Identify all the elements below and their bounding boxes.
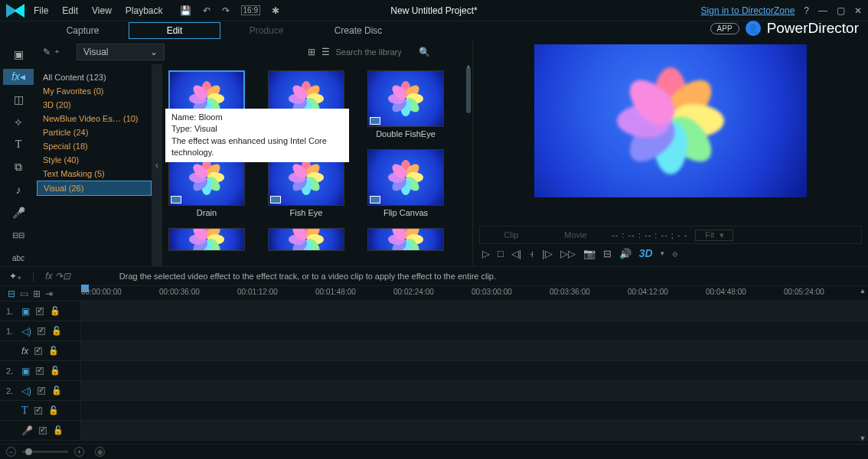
- time-ruler[interactable]: ⊟ ▭ ⊞ ⇥ 00:00:00:0000:00:36:0000:01:12:0…: [0, 286, 868, 301]
- track-visible-checkbox[interactable]: [38, 327, 45, 335]
- timeline-track[interactable]: 🎤🔓: [0, 421, 868, 441]
- category-item[interactable]: My Favorites (0): [37, 84, 152, 98]
- audio-room-icon[interactable]: ♪: [3, 182, 34, 199]
- menu-view[interactable]: View: [92, 5, 112, 16]
- save-icon[interactable]: 💾: [180, 5, 191, 16]
- effect-thumb[interactable]: [168, 228, 245, 251]
- voice-room-icon[interactable]: 🎤: [3, 204, 34, 221]
- track-body[interactable]: [81, 381, 868, 400]
- 3d-button[interactable]: 3D: [639, 247, 653, 259]
- track-body[interactable]: [81, 401, 868, 420]
- fast-forward-button[interactable]: ▷▷: [560, 248, 576, 259]
- timeline-view-icon[interactable]: ⊟: [8, 288, 15, 299]
- maximize-icon[interactable]: ▢: [837, 5, 845, 16]
- effect-thumb[interactable]: Double FishEye: [367, 70, 444, 138]
- collapse-sidebar-button[interactable]: ‹: [152, 64, 162, 266]
- category-item[interactable]: Special (18): [37, 139, 152, 153]
- track-visible-checkbox[interactable]: [38, 387, 45, 395]
- track-visible-checkbox[interactable]: [36, 367, 44, 375]
- track-visible-checkbox[interactable]: [36, 308, 44, 315]
- media-room-icon[interactable]: ▣: [3, 46, 34, 63]
- timeline-track[interactable]: 1.◁)🔓: [0, 321, 868, 341]
- timeline-track[interactable]: 2.▣🔓: [0, 361, 868, 381]
- ruler-up-icon[interactable]: ▲: [859, 287, 866, 295]
- timeline-track[interactable]: T🔓: [0, 401, 868, 421]
- track-lock-icon[interactable]: 🔓: [51, 386, 62, 396]
- track-lock-icon[interactable]: 🔓: [53, 425, 64, 435]
- track-lock-icon[interactable]: 🔓: [48, 346, 59, 356]
- track-body[interactable]: [81, 341, 868, 360]
- track-body[interactable]: [81, 301, 868, 321]
- category-dropdown[interactable]: Visual ⌄: [77, 44, 165, 60]
- minimize-icon[interactable]: —: [818, 5, 827, 16]
- tab-create-disc[interactable]: Create Disc: [312, 23, 404, 38]
- library-scrollbar[interactable]: ▲: [465, 64, 472, 266]
- tab-produce[interactable]: Produce: [220, 23, 312, 38]
- category-item[interactable]: Text Masking (5): [37, 167, 152, 181]
- menu-playback[interactable]: Playback: [126, 5, 163, 16]
- preview-movie-tab[interactable]: Movie: [547, 230, 604, 239]
- search-input[interactable]: [336, 47, 413, 57]
- menu-file[interactable]: File: [34, 5, 48, 16]
- category-item[interactable]: 3D (20): [37, 98, 152, 112]
- user-avatar-icon[interactable]: 👤: [746, 21, 761, 36]
- effect-thumb[interactable]: [367, 228, 444, 251]
- category-item[interactable]: Particle (24): [37, 125, 152, 139]
- track-lock-icon[interactable]: 🔓: [50, 366, 60, 376]
- chapter-room-icon[interactable]: ⊟⊟: [3, 227, 34, 244]
- preview-clip-tab[interactable]: Clip: [483, 230, 540, 239]
- popout-icon[interactable]: ⟐: [672, 248, 678, 259]
- category-item[interactable]: NewBlue Video Es… (10): [37, 112, 152, 125]
- track-body[interactable]: [81, 361, 868, 380]
- track-lock-icon[interactable]: 🔓: [48, 405, 59, 415]
- app-badge[interactable]: APP: [710, 23, 739, 34]
- close-icon[interactable]: ✕: [854, 5, 862, 16]
- track-body[interactable]: [81, 421, 868, 440]
- tab-edit[interactable]: Edit: [129, 22, 220, 39]
- timeline-track[interactable]: 2.◁)🔓: [0, 381, 868, 401]
- next-unit-button[interactable]: ⫞: [529, 248, 534, 259]
- volume-icon[interactable]: 🔊: [619, 248, 631, 259]
- tab-capture[interactable]: Capture: [37, 23, 129, 38]
- category-item[interactable]: Visual (26): [37, 181, 152, 196]
- zoom-slider[interactable]: [22, 451, 68, 453]
- zoom-in-button[interactable]: +: [74, 447, 84, 457]
- loop-icon[interactable]: ⊟: [603, 248, 612, 259]
- category-item[interactable]: Style (40): [37, 153, 152, 167]
- next-frame-button[interactable]: |▷: [542, 248, 552, 259]
- magic-icon[interactable]: ✦₊: [9, 271, 21, 282]
- undo-icon[interactable]: ↶: [203, 5, 210, 16]
- snapshot-button[interactable]: 📷: [583, 248, 596, 259]
- zoom-out-button[interactable]: −: [6, 447, 16, 457]
- storyboard-view-icon[interactable]: ▭: [20, 288, 28, 299]
- sort-icon[interactable]: ☰: [321, 47, 330, 57]
- subtitle-room-icon[interactable]: abc: [3, 249, 34, 266]
- prev-frame-button[interactable]: ◁|: [511, 248, 521, 259]
- timeline-track[interactable]: 1.▣🔓: [0, 301, 868, 321]
- grid-view-icon[interactable]: ⊞: [308, 47, 315, 57]
- title-room-icon[interactable]: T: [3, 136, 34, 153]
- ruler-down-icon[interactable]: ▼: [859, 435, 866, 442]
- effect-thumb[interactable]: BloomName: BloomType: VisualThe effect w…: [168, 70, 245, 138]
- effect-thumb[interactable]: Flip Canvas: [367, 149, 444, 217]
- add-icon[interactable]: ＋: [54, 47, 60, 57]
- paint-pen-icon[interactable]: ✎: [43, 47, 51, 57]
- fit-timeline-button[interactable]: ⊕: [95, 447, 105, 457]
- fx-room-icon[interactable]: fx ◂: [3, 69, 34, 86]
- pip-room-icon[interactable]: ◫: [3, 91, 34, 108]
- track-lock-icon[interactable]: 🔓: [50, 306, 60, 316]
- fx-tools-icon[interactable]: fx ↷⊡: [45, 271, 70, 282]
- timeline-track[interactable]: fx🔓: [0, 341, 868, 361]
- marker-icon[interactable]: ⇥: [45, 288, 53, 299]
- fit-dropdown[interactable]: Fit ▾: [695, 230, 733, 241]
- track-body[interactable]: [81, 321, 868, 340]
- track-visible-checkbox[interactable]: [39, 427, 47, 435]
- transition-room-icon[interactable]: ⧉: [3, 159, 34, 176]
- play-button[interactable]: ▷: [482, 248, 490, 259]
- track-manager-icon[interactable]: ⊞: [33, 288, 41, 299]
- ratio-icon[interactable]: 16:9: [241, 5, 260, 15]
- menu-edit[interactable]: Edit: [62, 5, 78, 16]
- redo-icon[interactable]: ↷: [222, 5, 230, 16]
- stop-button[interactable]: □: [498, 248, 504, 259]
- search-icon[interactable]: 🔍: [419, 47, 430, 57]
